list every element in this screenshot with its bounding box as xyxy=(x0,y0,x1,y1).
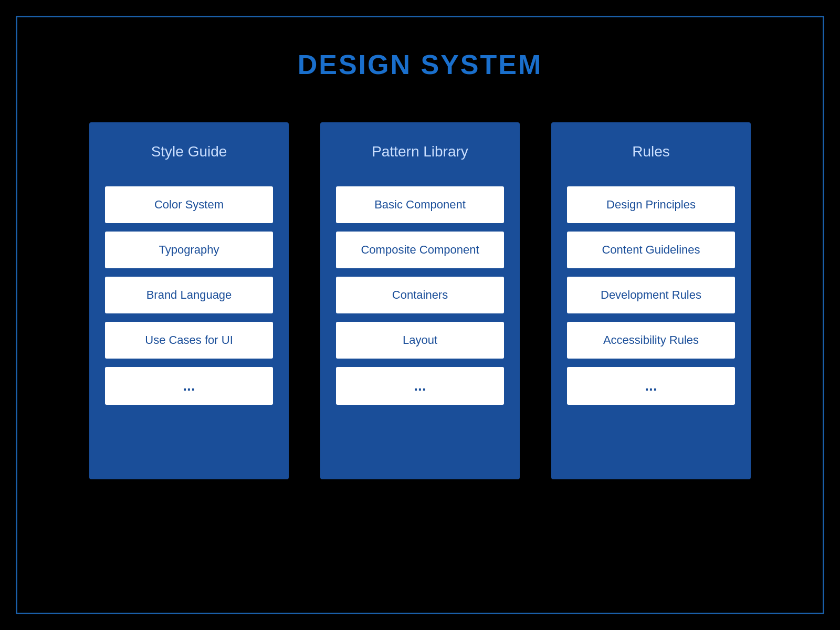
item-use-cases-ui[interactable]: Use Cases for UI xyxy=(105,322,273,359)
item-typography[interactable]: Typography xyxy=(105,232,273,268)
item-development-rules[interactable]: Development Rules xyxy=(567,277,735,313)
item-design-principles[interactable]: Design Principles xyxy=(567,186,735,223)
item-containers[interactable]: Containers xyxy=(336,277,504,313)
column-header-rules: Rules xyxy=(632,143,670,160)
item-layout[interactable]: Layout xyxy=(336,322,504,359)
column-items-rules: Design PrinciplesContent GuidelinesDevel… xyxy=(567,186,735,405)
column-style-guide: Style GuideColor SystemTypographyBrand L… xyxy=(89,122,289,479)
item-more-rules[interactable]: ... xyxy=(567,367,735,405)
column-rules: RulesDesign PrinciplesContent Guidelines… xyxy=(551,122,751,479)
column-items-pattern-library: Basic ComponentComposite ComponentContai… xyxy=(336,186,504,405)
item-color-system[interactable]: Color System xyxy=(105,186,273,223)
page-title: DESIGN SYSTEM xyxy=(298,49,543,80)
item-accessibility-rules[interactable]: Accessibility Rules xyxy=(567,322,735,359)
column-header-style-guide: Style Guide xyxy=(151,143,227,160)
item-more-style[interactable]: ... xyxy=(105,367,273,405)
column-items-style-guide: Color SystemTypographyBrand LanguageUse … xyxy=(105,186,273,405)
column-pattern-library: Pattern LibraryBasic ComponentComposite … xyxy=(320,122,520,479)
item-more-pattern[interactable]: ... xyxy=(336,367,504,405)
item-composite-component[interactable]: Composite Component xyxy=(336,232,504,268)
item-content-guidelines[interactable]: Content Guidelines xyxy=(567,232,735,268)
columns-container: Style GuideColor SystemTypographyBrand L… xyxy=(89,122,751,479)
item-basic-component[interactable]: Basic Component xyxy=(336,186,504,223)
column-header-pattern-library: Pattern Library xyxy=(372,143,468,160)
outer-frame: DESIGN SYSTEM Style GuideColor SystemTyp… xyxy=(16,16,824,614)
item-brand-language[interactable]: Brand Language xyxy=(105,277,273,313)
